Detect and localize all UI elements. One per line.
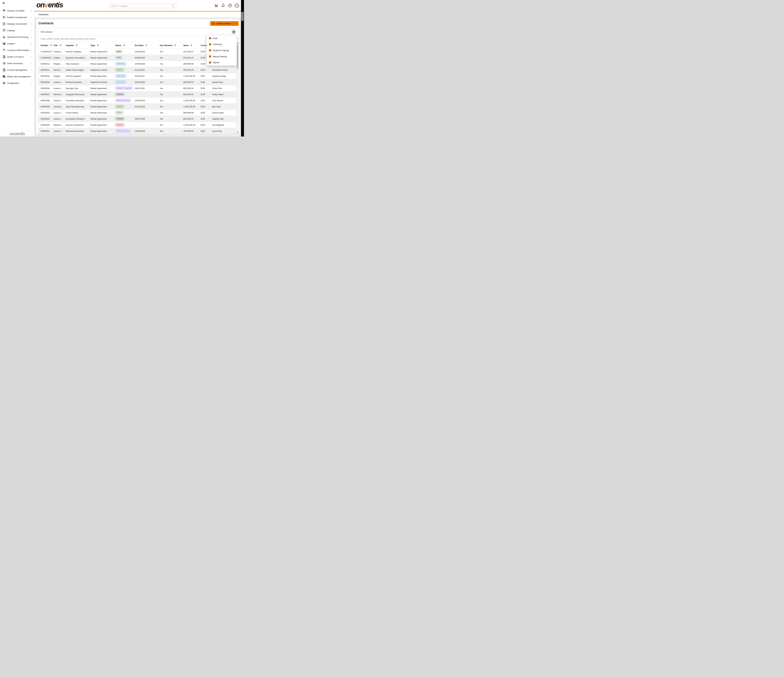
sidebar-item-supplier-management[interactable]: Supplier management [0,14,34,20]
cell-supplier: Summit Logistics [66,75,81,77]
cell-supplier: Innovatech Solutions [66,118,85,120]
status-chip: Signed [115,105,124,108]
cart-icon[interactable] [214,3,218,8]
cell-responsible: Laura Red [212,130,222,132]
sidebar-item-contract-management[interactable]: §Contract Management [0,67,34,73]
sidebar-item-configuration[interactable]: Configuration [0,80,34,86]
table-row[interactable]: 00000007Rental C…Vanguard ResourcesRenta… [39,92,236,98]
svg-text:§: § [4,70,5,71]
sidebar-item-master-data-management[interactable]: Master data management [0,73,34,80]
column-header-title[interactable]: Title [53,42,66,48]
table-row[interactable]: 00000008Lease A…Synergy CorpRental Agree… [39,85,236,92]
table-row[interactable]: 00000001Lease A…Elemental DynamicsRental… [39,128,236,134]
column-header-end-date[interactable]: End Date [135,42,160,48]
cell-type: Rental Agreement [90,87,107,90]
table-row[interactable]: 00000010Supply…Summit LogisticsRental Ag… [39,73,236,79]
cell-title: Supply… [53,57,62,59]
table-row[interactable]: 00000005Tenancy…Apex ManufacturingRental… [39,104,236,110]
filter-icon[interactable] [59,44,61,47]
cell-currency: EUR [201,99,205,102]
cell-value: 675,432.10 [183,57,193,59]
column-header-has-renewal[interactable]: Has Renewal [160,42,183,48]
checkbox-checked[interactable] [209,43,211,45]
cell-responsible: Chloe Pink [212,87,222,90]
cell-supplier: Quantum Innovations [66,57,85,59]
window-scrollbar-thumb[interactable] [241,12,244,21]
create-contract-button[interactable]: Create contract ▼ [210,21,239,26]
status-filter-option-ready-for-signing[interactable]: Ready for Signing [207,47,237,53]
checkbox-checked[interactable] [209,49,211,51]
cell-title: Rental C… [53,124,64,126]
status-filter-option-label: Signed [213,61,219,64]
app-window: Onventis AssistBeeSupplier managementStr… [0,0,244,137]
filter-icon[interactable] [145,44,147,47]
cell-number: 00000008 [40,87,50,90]
sidebar-item-label: Onventis AssistBee [7,9,30,12]
cell-has-renewal: Yes [160,69,163,71]
scroll-down-button[interactable] [236,131,239,134]
column-header-number[interactable]: Number [39,42,53,48]
checkbox-checked[interactable] [209,55,211,57]
chevron-right-icon [30,69,32,71]
status-filter-option-signed[interactable]: Signed [207,59,237,65]
sidebar-item-order-processing[interactable]: Order processing [0,60,34,67]
help-icon[interactable]: ? [228,3,232,8]
table-row[interactable]: 00000003Lease A…Innovatech SolutionsRent… [39,116,236,122]
filter-icon[interactable] [97,44,99,47]
user-avatar[interactable]: CM [235,3,239,8]
doc-handshake-icon [3,22,6,25]
filter-icon[interactable] [123,44,125,47]
table-scrollbar-thumb[interactable] [237,45,238,69]
table-row[interactable]: 00000006Lease A…Crestview IndustriesRent… [39,98,236,104]
cell-responsible: Samantha Green [212,69,228,71]
search-icon[interactable] [171,4,175,7]
column-header-status[interactable]: Status [115,42,135,48]
status-chip: Draft [115,50,123,53]
filter-icon[interactable] [190,44,192,47]
status-chip: Manual Signing [115,99,131,102]
sidebar-item-quotes-auctions[interactable]: Quotes & Auctions [0,53,34,60]
column-header-currency[interactable]: Currency [195,42,208,48]
sidebar-item-analytics[interactable]: Analytics [0,40,34,47]
search-input[interactable] [109,5,171,7]
chevron-right-icon [30,49,32,51]
sidebar-item-operational-purchasing[interactable]: Operational Purchasing [0,34,34,40]
cell-has-renewal: Yes [160,63,163,65]
checkbox-checked[interactable] [209,37,211,39]
notifications-bell-icon[interactable] [221,3,225,8]
filter-icon[interactable] [76,44,78,47]
cell-type: Rental Agreement [90,93,107,96]
filter-icon[interactable] [174,44,176,47]
scroll-up-button[interactable] [236,42,239,45]
cell-number: 00000010 [40,75,50,77]
cell-currency: EUR [201,50,205,53]
checkbox-checked[interactable] [209,61,211,64]
page-title: Contracts [39,21,53,25]
table-row[interactable]: 00000002Rental C…Horizon EnterprisesRent… [39,122,236,128]
table-row[interactable]: 00000009Lease A…Pinnacle SystemsStatemen… [39,79,236,85]
sidebar-item-strategic-procurement[interactable]: Strategic procurement [0,20,34,27]
cell-has-renewal: Yes [160,87,163,90]
column-header-value[interactable]: Value [183,42,195,48]
table-row[interactable]: 00000011Service…Vertex TechnologiesState… [39,67,236,73]
status-filter-option-manual-signing[interactable]: Manual Signing [207,53,237,59]
status-filter-option-authoring[interactable]: Authoring [207,41,237,48]
cell-has-renewal: Yes [160,81,163,83]
sidebar-item-onventis-assistbee[interactable]: Onventis AssistBee [0,7,34,14]
bee-icon [3,9,6,12]
column-label: End Date [135,44,143,47]
hamburger-menu-icon[interactable] [3,2,5,4]
column-header-supplier[interactable]: Supplier [66,42,90,48]
sidebar-item-catalogs[interactable]: Catalogs [0,27,34,34]
cell-type: Statement of Work [90,81,107,83]
column-header-type[interactable]: Type [90,42,115,48]
chevron-down-icon[interactable]: ▼ [233,23,239,24]
topbar: onventis ? CM [34,0,241,11]
status-chip: Archive [115,123,124,127]
filter-icon[interactable] [50,44,52,47]
status-filter-option-draft[interactable]: Draft [207,35,237,41]
sidebar-item-customer-administration[interactable]: Customer Administration [0,47,34,53]
column-settings-button[interactable] [231,30,236,34]
cell-title: Lease A… [53,130,63,132]
table-row[interactable]: 00000004Lease C…Fusion WorksRental Agree… [39,110,236,116]
